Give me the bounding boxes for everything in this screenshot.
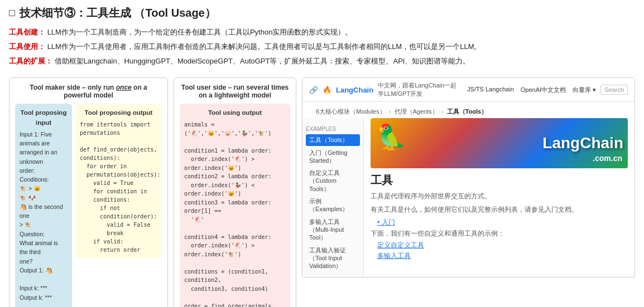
description-area: 工具创建： LLM作为一个工具制造商，为一个给定的任务创建工具（工具以Pytho… [0,24,644,74]
sidebar-item-custom-tools[interactable]: 自定义工具（Custom Tools） [306,167,360,194]
left-panel-header: Tool maker side – only run once on a pow… [15,84,162,99]
middle-panel-header: Tool user side – run several timeson a l… [180,84,290,99]
langchain-sidebar: Examples 工具（Tools） 入门（Getting Started） 自… [302,118,364,277]
hero-parrot-emoji: 🦜 [376,123,407,152]
langchain-breadcrumb-row: 6大核心模块（Modules） › 代理（Agents） › 工具（Tools） [302,102,635,118]
langchain-breadcrumb: 6大核心模块（Modules） › 代理（Agents） › 工具（Tools） [309,104,628,117]
left-inner-right: Tool proposing output from itertools imp… [75,104,162,307]
page-container: □ 技术细节③：工具生成 （Tool Usage） 工具创建： LLM作为一个工… [0,0,644,307]
left-panel: Tool maker side – only run once on a pow… [9,77,168,307]
desc-text-3: 借助框架Langchain、HunggingGPT、ModelScopeGPT、… [55,57,470,65]
right-panel: 🔗 🔥 LangChain 中文网，跟着LangChain一起学LLM/GPT开… [302,77,635,277]
header-icon: □ [9,7,15,19]
top-header: □ 技术细节③：工具生成 （Tool Usage） [0,0,644,24]
sidebar-item-examples[interactable]: 示例（Examples） [306,196,360,215]
desc-label-2: 工具使用： [9,42,45,51]
nav-link-2[interactable]: OpenAI中文文档 [521,86,566,94]
middle-panel: Tool user side – run several timeson a l… [174,77,296,307]
langchain-main: 🦜 LangChain .com.cn 工具 工具是代理程序与外部世界交互的方式… [364,118,635,277]
desc-text-2: LLM作为一个工具使用者，应用工具制作者创造的工具来解决问题。工具使用者可以是与… [47,42,482,51]
input-box-title: Tool proposing input [20,108,68,128]
left-inner: Tool proposing input Input 1: Five anima… [15,104,162,307]
nav-link-1[interactable]: JS/TS Langchain [467,86,514,94]
sidebar-item-tools[interactable]: 工具（Tools） [306,134,360,145]
desc-line-3: 工具的扩展： 借助框架Langchain、HunggingGPT、ModelSc… [9,55,635,67]
desc-label-3: 工具的扩展： [9,57,52,65]
langchain-nav-desc: 中文网，跟着LangChain一起学LLM/GPT开发 [378,81,463,98]
langchain-content-title: 工具 [371,173,628,188]
desc-label-1: 工具创建： [9,28,45,36]
langchain-content-desc2: 有关工具是什么，如何使用它们以及完整示例列表，请参见入门文档。 [371,204,628,215]
desc-line-1: 工具创建： LLM作为一个工具制造商，为一个给定的任务创建工具（工具以Pytho… [9,26,635,38]
desc-text-1: LLM作为一个工具制造商，为一个给定的任务创建工具（工具以Python实用函数的… [47,28,353,36]
tool-using-output: Tool using output animals = ('🐔','🐱','🐷'… [180,104,290,307]
langchain-hero-img: 🦜 LangChain .com.cn [371,118,628,168]
langchain-content-desc1: 工具是代理程序与外部世界交互的方式。 [371,191,628,201]
hero-logo-area: LangChain .com.cn [542,134,623,152]
breadcrumb-item-3: 工具（Tools） [447,108,488,115]
langchain-link-custom[interactable]: 定义自定义工具 [377,241,628,250]
output-box-title: Tool proposing output [80,108,157,118]
sidebar-item-validation[interactable]: 工具输入验证（Tool Input Validation） [306,245,360,272]
title-cn: 技术细节③：工具生成 [20,7,131,19]
langchain-nav-links: JS/TS Langchain OpenAI中文文档 向量库 ▾ [467,86,596,94]
sidebar-section-examples: Examples [306,126,360,132]
hero-sub-text: .com.cn [593,154,622,163]
input-box-content: Input 1: Five animals are arranged in an… [20,130,68,307]
once-italic: once [116,84,132,91]
tool-proposing-output: Tool proposing output from itertools imp… [75,104,162,258]
langchain-list-intro: 下面，我们有一些自定义和通用工具的示例： [371,228,628,238]
langchain-link-intro[interactable]: • 入门 [377,218,628,227]
breadcrumb-sep-2: › [441,108,444,115]
langchain-navbar: 🔗 🔥 LangChain 中文网，跟着LangChain一起学LLM/GPT开… [302,78,635,102]
using-output-content: animals = ('🐔','🐱','🐷','🦆','🐮') conditio… [184,120,286,307]
title-en: （Tool Usage） [134,7,215,19]
nav-link-3[interactable]: 向量库 ▾ [573,86,596,94]
hero-logo-text: LangChain [542,134,623,152]
main-content: Tool maker side – only run once on a pow… [0,74,644,307]
using-output-title: Tool using output [184,108,286,118]
left-inner-left: Tool proposing input Input 1: Five anima… [15,104,72,307]
output-box-content: from itertools import permutations def f… [80,120,157,254]
langchain-logo-emoji: 🔗 [309,86,318,94]
langchain-search[interactable]: Search [600,85,628,95]
desc-line-2: 工具使用： LLM作为一个工具使用者，应用工具制作者创造的工具来解决问题。工具使… [9,41,635,53]
tool-proposing-input: Tool proposing input Input 1: Five anima… [15,104,72,307]
langchain-logo-text: LangChain [336,86,373,94]
sidebar-item-multi-input[interactable]: 多输入工具（Multi-Input Tool） [306,216,360,243]
langchain-top-section: Examples 工具（Tools） 入门（Getting Started） 自… [302,118,635,277]
breadcrumb-item-1[interactable]: 6大核心模块（Modules） [316,108,386,115]
sidebar-item-getting-started[interactable]: 入门（Getting Started） [306,147,360,167]
breadcrumb-sep-1: › [389,108,391,115]
langchain-fire-emoji: 🔥 [323,86,331,94]
page-title: 技术细节③：工具生成 （Tool Usage） [20,6,216,21]
langchain-link-multi[interactable]: 多输入工具 [377,251,628,261]
breadcrumb-item-2[interactable]: 代理（Agents） [395,108,438,115]
